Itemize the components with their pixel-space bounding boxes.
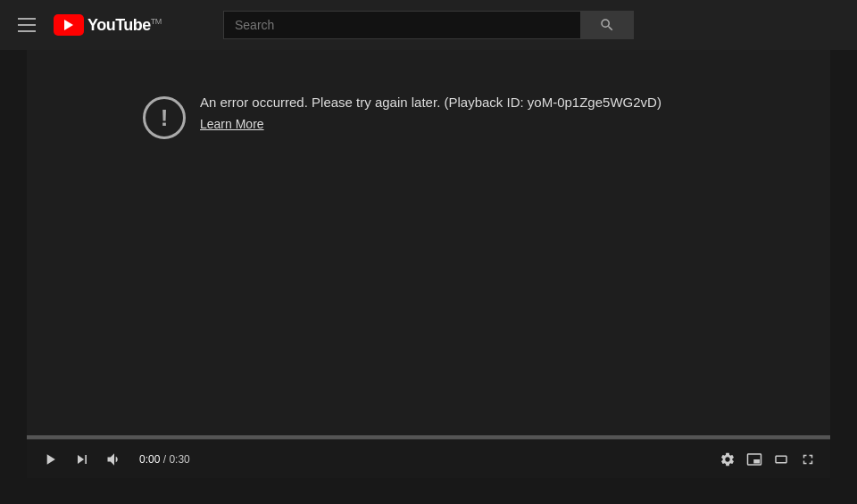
miniplayer-icon [746,451,762,467]
logo[interactable]: YouTubeTM [54,14,162,36]
time-display: 0:00 / 0:30 [139,453,190,466]
theater-icon [773,451,789,467]
next-button[interactable] [70,447,95,472]
theater-button[interactable] [770,448,793,471]
fullscreen-icon [800,451,816,467]
error-text-block: An error occurred. Please try again late… [200,95,661,131]
learn-more-link[interactable]: Learn More [200,117,661,131]
volume-icon [105,450,123,468]
miniplayer-button[interactable] [743,448,766,471]
volume-button[interactable] [102,447,127,472]
play-icon [41,450,59,468]
time-current: 0:00 [139,453,160,466]
search-icon [599,17,615,33]
play-button[interactable] [37,447,62,472]
video-area: ! An error occurred. Please try again la… [27,50,830,439]
error-message: An error occurred. Please try again late… [200,95,661,110]
error-icon: ! [143,96,186,139]
time-total: 0:30 [169,453,189,466]
settings-button[interactable] [716,448,739,471]
settings-icon [720,451,736,467]
search-input[interactable] [223,11,580,39]
header: YouTubeTM [0,0,857,50]
right-controls [716,448,820,471]
menu-button[interactable] [14,14,39,36]
error-content: ! An error occurred. Please try again la… [143,95,661,139]
progress-bar[interactable] [27,435,830,439]
next-icon [73,450,91,468]
search-button[interactable] [580,11,634,39]
controls-bar: 0:00 / 0:30 [27,439,830,478]
youtube-wordmark: YouTubeTM [87,16,162,35]
time-separator: / [160,453,169,466]
video-player: ! An error occurred. Please try again la… [27,50,830,478]
youtube-icon [54,14,84,36]
search-area [223,11,634,39]
fullscreen-button[interactable] [796,448,820,471]
